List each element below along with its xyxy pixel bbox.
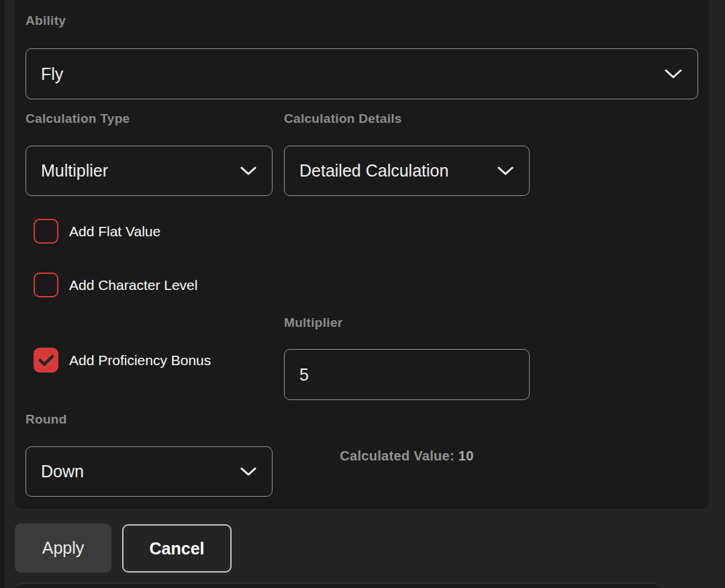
chevron-down-icon — [240, 467, 257, 477]
ability-label: Ability — [26, 13, 66, 28]
left-edge-panel — [0, 0, 5, 588]
calculation-type-select[interactable]: Multiplier — [26, 146, 273, 196]
add-proficiency-bonus-checkbox-row[interactable]: Add Proficiency Bonus — [34, 348, 211, 373]
add-flat-value-checkbox-row[interactable]: Add Flat Value — [34, 219, 160, 244]
calculated-value: Calculated Value: 10 — [284, 448, 530, 464]
chevron-down-icon — [497, 166, 514, 176]
multiplier-input[interactable] — [284, 349, 530, 400]
ability-select[interactable]: Fly — [26, 48, 698, 99]
add-proficiency-bonus-label[interactable]: Add Proficiency Bonus — [69, 352, 211, 369]
calculation-form-panel: Ability Fly Calculation Type Calculation… — [15, 0, 709, 509]
next-section-panel — [15, 583, 661, 588]
calculation-details-label: Calculation Details — [284, 111, 402, 126]
calculation-type-select-value: Multiplier — [41, 161, 233, 181]
chevron-down-icon — [664, 68, 683, 79]
multiplier-label: Multiplier — [284, 315, 342, 330]
calculated-value-label: Calculated Value: — [340, 448, 454, 463]
cancel-button[interactable]: Cancel — [122, 524, 232, 573]
calculation-type-label: Calculation Type — [26, 111, 130, 126]
add-character-level-checkbox[interactable] — [34, 273, 58, 297]
ability-select-value: Fly — [41, 64, 657, 84]
checkmark-icon — [38, 354, 54, 366]
apply-button[interactable]: Apply — [15, 524, 111, 573]
add-proficiency-bonus-checkbox[interactable] — [34, 348, 58, 373]
calculated-value-number: 10 — [458, 448, 474, 463]
calculation-details-select-value: Detailed Calculation — [299, 161, 490, 181]
round-select[interactable]: Down — [26, 446, 273, 497]
add-character-level-label[interactable]: Add Character Level — [69, 277, 197, 293]
add-character-level-checkbox-row[interactable]: Add Character Level — [34, 273, 197, 297]
round-label: Round — [26, 412, 67, 427]
add-flat-value-label[interactable]: Add Flat Value — [69, 224, 160, 240]
add-flat-value-checkbox[interactable] — [34, 219, 58, 244]
calculation-details-select[interactable]: Detailed Calculation — [284, 146, 530, 196]
round-select-value: Down — [41, 462, 233, 481]
chevron-down-icon — [240, 166, 257, 176]
